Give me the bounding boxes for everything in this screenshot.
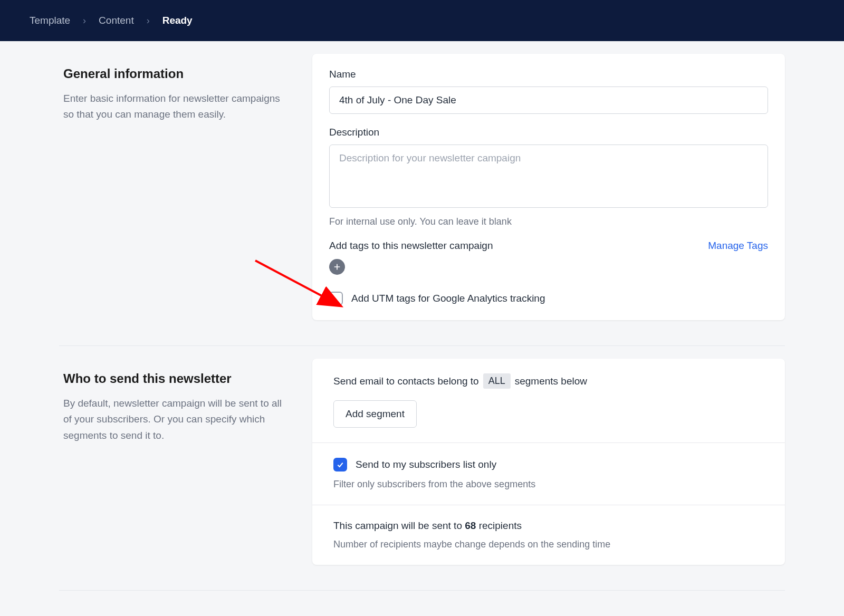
page-content: General information Enter basic informat… bbox=[59, 41, 785, 616]
breadcrumb-content[interactable]: Content bbox=[99, 15, 134, 26]
section-divider bbox=[59, 345, 785, 346]
plus-icon bbox=[333, 263, 341, 271]
description-textarea[interactable] bbox=[329, 145, 768, 208]
subscribers-only-block: Send to my subscribers list only Filter … bbox=[312, 443, 785, 505]
general-description: Enter basic information for newsletter c… bbox=[63, 91, 291, 123]
segment-prefix: Send email to contacts belong to bbox=[333, 376, 479, 387]
subscribers-checkbox-row: Send to my subscribers list only bbox=[333, 458, 764, 471]
section-audience: Who to send this newsletter By default, … bbox=[59, 359, 785, 578]
description-field-group: Description For internal use only. You c… bbox=[329, 127, 768, 227]
subscribers-hint: Filter only subscribers from the above s… bbox=[333, 479, 764, 490]
recipients-hint: Number of recipients maybe change depend… bbox=[333, 539, 764, 550]
breadcrumb-ready[interactable]: Ready bbox=[162, 15, 193, 26]
section-audience-right: Send email to contacts belong to ALL seg… bbox=[312, 359, 785, 565]
add-tag-button[interactable] bbox=[329, 259, 345, 275]
top-bar: Template › Content › Ready bbox=[0, 0, 844, 41]
section-divider-bottom bbox=[59, 590, 785, 591]
breadcrumb-template[interactable]: Template bbox=[30, 15, 70, 26]
manage-tags-link[interactable]: Manage Tags bbox=[708, 240, 768, 252]
general-card: Name Description For internal use only. … bbox=[312, 54, 785, 320]
section-audience-left: Who to send this newsletter By default, … bbox=[59, 359, 291, 565]
segment-suffix: segments below bbox=[515, 376, 587, 387]
description-hint: For internal use only. You can leave it … bbox=[329, 216, 768, 227]
section-general: General information Enter basic informat… bbox=[59, 54, 785, 333]
section-general-left: General information Enter basic informat… bbox=[59, 54, 291, 320]
recipients-text: This campaign will be sent to 68 recipie… bbox=[333, 520, 764, 532]
name-label: Name bbox=[329, 69, 768, 80]
general-title: General information bbox=[63, 66, 291, 81]
section-general-right: Name Description For internal use only. … bbox=[312, 54, 785, 320]
audience-description: By default, newsletter campaign will be … bbox=[63, 396, 291, 444]
add-segment-button[interactable]: Add segment bbox=[333, 400, 417, 428]
breadcrumb: Template › Content › Ready bbox=[30, 15, 193, 26]
audience-title: Who to send this newsletter bbox=[63, 371, 291, 386]
recipients-block: This campaign will be sent to 68 recipie… bbox=[312, 505, 785, 565]
subscribers-checkbox[interactable] bbox=[333, 458, 347, 471]
utm-checkbox[interactable] bbox=[329, 292, 343, 305]
recipients-count: 68 bbox=[465, 520, 476, 531]
recipients-prefix: This campaign will be sent to bbox=[333, 520, 462, 531]
check-icon bbox=[336, 460, 344, 469]
utm-checkbox-label: Add UTM tags for Google Analytics tracki… bbox=[351, 293, 545, 304]
audience-card: Send email to contacts belong to ALL seg… bbox=[312, 359, 785, 565]
name-input[interactable] bbox=[329, 86, 768, 114]
chevron-right-icon: › bbox=[147, 15, 150, 26]
segment-text: Send email to contacts belong to ALL seg… bbox=[333, 373, 764, 389]
segment-selector-block: Send email to contacts belong to ALL seg… bbox=[312, 359, 785, 443]
utm-checkbox-row: Add UTM tags for Google Analytics tracki… bbox=[329, 292, 768, 305]
recipients-suffix: recipients bbox=[479, 520, 522, 531]
chevron-right-icon: › bbox=[83, 15, 86, 26]
segment-all-badge[interactable]: ALL bbox=[483, 373, 511, 389]
name-field-group: Name bbox=[329, 69, 768, 114]
description-label: Description bbox=[329, 127, 768, 138]
tags-row: Add tags to this newsletter campaign Man… bbox=[329, 240, 768, 252]
subscribers-checkbox-label: Send to my subscribers list only bbox=[356, 459, 496, 470]
tags-label: Add tags to this newsletter campaign bbox=[329, 240, 493, 252]
